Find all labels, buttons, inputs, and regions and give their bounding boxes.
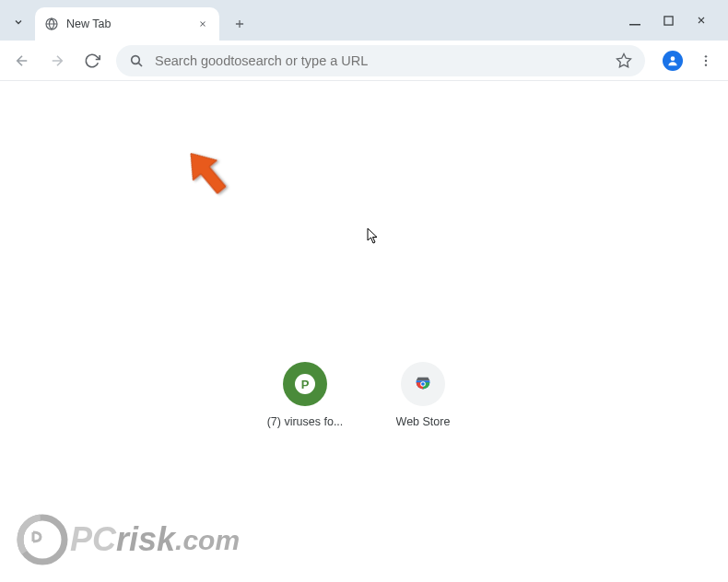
svg-point-6 [705, 59, 707, 61]
arrow-right-icon [49, 52, 65, 69]
shortcut-favicon-icon: P [283, 362, 327, 406]
globe-icon [44, 17, 59, 31]
watermark: PC risk .com [17, 514, 240, 565]
profile-button[interactable] [660, 48, 686, 74]
svg-point-5 [705, 55, 707, 57]
browser-tab[interactable]: New Tab [35, 7, 219, 41]
svg-rect-2 [663, 16, 672, 24]
cursor-icon [367, 227, 380, 248]
forward-button[interactable] [42, 46, 72, 76]
shortcut-badge: P [295, 374, 315, 394]
shortcut-item[interactable]: Web Store [371, 362, 475, 428]
arrow-left-icon [14, 52, 30, 69]
dots-vertical-icon [699, 53, 713, 68]
svg-rect-1 [629, 24, 640, 26]
watermark-part3: .com [175, 525, 240, 556]
shortcuts-row: P (7) viruses fo... Web Store [253, 362, 475, 428]
tab-search-dropdown-button[interactable] [6, 9, 31, 35]
chevron-down-icon [13, 17, 24, 28]
svg-point-3 [132, 55, 140, 64]
titlebar: New Tab [0, 0, 728, 41]
back-button[interactable] [7, 46, 37, 76]
shortcut-favicon-icon [401, 362, 445, 406]
plus-icon [233, 17, 246, 30]
minimize-icon [629, 15, 640, 26]
shortcut-item[interactable]: P (7) viruses fo... [253, 362, 357, 428]
watermark-text: PC risk .com [70, 520, 240, 559]
star-icon [616, 52, 632, 69]
watermark-part2: risk [116, 520, 175, 559]
bookmark-button[interactable] [616, 52, 632, 69]
watermark-part1: PC [70, 520, 116, 559]
omnibox[interactable] [116, 45, 645, 76]
menu-button[interactable] [691, 46, 721, 76]
avatar-icon [663, 51, 683, 71]
close-window-button[interactable] [695, 14, 708, 27]
minimize-button[interactable] [628, 14, 641, 27]
svg-point-7 [705, 64, 707, 65]
watermark-logo-icon [17, 514, 68, 565]
shortcut-label: (7) viruses fo... [267, 415, 344, 428]
page-content: P (7) viruses fo... Web Store [0, 81, 728, 582]
window-controls [628, 0, 728, 41]
close-icon [198, 19, 207, 29]
toolbar [0, 41, 728, 81]
svg-point-4 [671, 56, 675, 61]
close-icon [696, 15, 707, 26]
svg-point-9 [421, 382, 425, 386]
annotation-arrow [182, 144, 233, 204]
new-tab-button[interactable] [227, 11, 252, 37]
webstore-icon [413, 374, 433, 394]
reload-icon [84, 52, 100, 69]
tab-title: New Tab [66, 17, 195, 30]
omnibox-input[interactable] [155, 53, 616, 68]
shortcut-label: Web Store [396, 415, 451, 428]
reload-button[interactable] [77, 46, 107, 76]
maximize-icon [663, 16, 674, 26]
tab-close-button[interactable] [195, 17, 210, 31]
search-icon [129, 53, 144, 68]
maximize-button[interactable] [662, 14, 675, 27]
